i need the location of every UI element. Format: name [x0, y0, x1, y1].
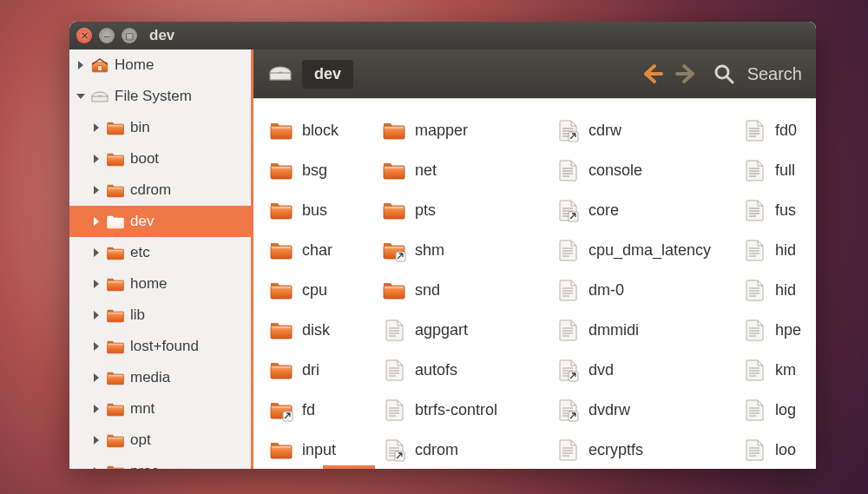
file-item[interactable]: agpgart — [382, 314, 556, 346]
file-item[interactable]: hid — [742, 234, 816, 266]
file-item[interactable]: btrfs-control — [382, 394, 556, 425]
disclosure-collapsed-icon[interactable] — [90, 340, 102, 352]
sidebar-item-dev[interactable]: dev — [69, 206, 251, 237]
sidebar-item-home[interactable]: home — [69, 268, 251, 300]
folder-item[interactable]: disk — [269, 314, 382, 346]
file-icon — [556, 358, 580, 382]
sidebar-item-mnt[interactable]: mnt — [69, 393, 251, 425]
disclosure-collapsed-icon[interactable] — [75, 59, 87, 71]
disclosure-collapsed-icon[interactable] — [90, 278, 102, 290]
file-item[interactable]: cdrom — [382, 434, 556, 465]
folder-item[interactable]: bsg — [269, 155, 382, 186]
folder-item[interactable]: input — [269, 434, 382, 465]
file-icon — [556, 438, 580, 462]
titlebar[interactable]: ✕ – ▢ dev — [69, 22, 816, 49]
window-minimize-button[interactable]: – — [99, 28, 115, 43]
sidebar-item-boot[interactable]: boot — [69, 143, 251, 175]
file-item[interactable]: dmmidi — [556, 314, 742, 346]
folder-icon — [106, 244, 125, 261]
file-item[interactable]: full — [742, 155, 816, 186]
folder-item[interactable]: fd — [269, 394, 382, 425]
folder-item[interactable]: net — [382, 155, 556, 186]
folder-icon — [106, 369, 125, 386]
file-item[interactable]: hpe — [742, 314, 816, 346]
nav-back-button[interactable] — [638, 61, 664, 87]
disclosure-collapsed-icon[interactable] — [90, 247, 102, 259]
folder-icon — [269, 358, 293, 382]
folder-item[interactable]: mapper — [382, 115, 556, 146]
item-label: hpe — [775, 321, 801, 339]
sidebar-tree[interactable]: Home File System binbootcdromdevetchomel… — [69, 49, 253, 469]
disclosure-collapsed-icon[interactable] — [90, 153, 102, 165]
file-item[interactable]: cdrw — [556, 115, 742, 146]
file-item[interactable]: core — [556, 194, 742, 226]
search-label[interactable]: Search — [747, 64, 802, 84]
nav-forward-button[interactable] — [674, 61, 700, 87]
folder-item[interactable]: block — [269, 115, 382, 146]
file-icon — [556, 198, 580, 222]
drive-icon — [267, 61, 293, 87]
disclosure-collapsed-icon[interactable] — [90, 122, 102, 134]
folder-item[interactable]: dri — [269, 354, 382, 385]
folder-icon — [106, 463, 125, 469]
item-label: snd — [415, 281, 440, 300]
sidebar-item-etc[interactable]: etc — [69, 237, 251, 268]
file-item[interactable]: console — [556, 155, 742, 186]
sidebar-item-home[interactable]: Home — [69, 49, 251, 81]
search-icon[interactable] — [711, 61, 737, 87]
file-icon — [742, 278, 766, 302]
window-maximize-button[interactable]: ▢ — [122, 28, 137, 43]
disclosure-expanded-icon[interactable] — [75, 90, 87, 102]
sidebar-item-filesystem[interactable]: File System — [69, 81, 251, 112]
sidebar-item-lost+found[interactable]: lost+found — [69, 331, 251, 362]
disclosure-collapsed-icon[interactable] — [90, 309, 102, 321]
disclosure-collapsed-icon[interactable] — [90, 465, 102, 469]
file-item[interactable]: loo — [742, 434, 816, 465]
file-item[interactable]: dvdrw — [556, 394, 742, 425]
disclosure-collapsed-icon[interactable] — [90, 434, 102, 446]
item-label: dmmidi — [589, 321, 639, 339]
file-item[interactable]: dvd — [556, 354, 742, 385]
home-icon — [90, 56, 109, 74]
folder-item[interactable]: pts — [382, 194, 556, 226]
disclosure-collapsed-icon[interactable] — [90, 372, 102, 384]
sidebar-item-lib[interactable]: lib — [69, 300, 251, 331]
folder-icon — [269, 398, 293, 422]
sidebar-item-media[interactable]: media — [69, 362, 251, 393]
item-label: bus — [302, 201, 327, 220]
file-item[interactable]: fus — [742, 194, 816, 226]
file-item[interactable]: cpu_dma_latency — [556, 234, 742, 266]
sidebar-item-bin[interactable]: bin — [69, 112, 251, 143]
file-item[interactable]: log — [742, 394, 816, 425]
disclosure-collapsed-icon[interactable] — [90, 215, 102, 227]
file-item[interactable]: autofs — [382, 354, 556, 385]
file-item[interactable]: dm-0 — [556, 274, 742, 306]
window-close-button[interactable]: ✕ — [76, 28, 92, 43]
location-toolbar: dev Search — [253, 49, 816, 98]
sidebar-item-cdrom[interactable]: cdrom — [69, 175, 251, 206]
folder-item[interactable]: cpu — [269, 274, 382, 306]
folder-item[interactable]: snd — [382, 274, 556, 306]
disclosure-collapsed-icon[interactable] — [90, 403, 102, 415]
file-icon — [556, 118, 580, 142]
sidebar-item-proc[interactable]: proc — [69, 456, 251, 469]
item-label: char — [302, 241, 332, 260]
file-item[interactable]: km — [742, 354, 816, 385]
file-icon-view[interactable]: blockbsgbuscharcpudiskdrifdinputmapperne… — [253, 98, 816, 469]
folder-item[interactable]: shm — [382, 234, 556, 266]
folder-item[interactable]: bus — [269, 194, 382, 226]
folder-item[interactable]: char — [269, 234, 382, 266]
folder-icon — [106, 181, 125, 199]
file-item[interactable]: hid — [742, 274, 816, 306]
horizontal-scrollbar-thumb[interactable] — [323, 465, 375, 469]
folder-icon — [106, 150, 125, 168]
folder-icon — [106, 338, 125, 355]
path-segment-button[interactable]: dev — [302, 60, 353, 89]
file-item[interactable]: ecryptfs — [556, 434, 742, 465]
item-label: cdrw — [589, 122, 621, 140]
folder-icon — [269, 158, 293, 182]
item-label: log — [775, 401, 796, 419]
sidebar-item-opt[interactable]: opt — [69, 425, 251, 456]
file-item[interactable]: fd0 — [742, 115, 816, 146]
disclosure-collapsed-icon[interactable] — [90, 184, 102, 196]
